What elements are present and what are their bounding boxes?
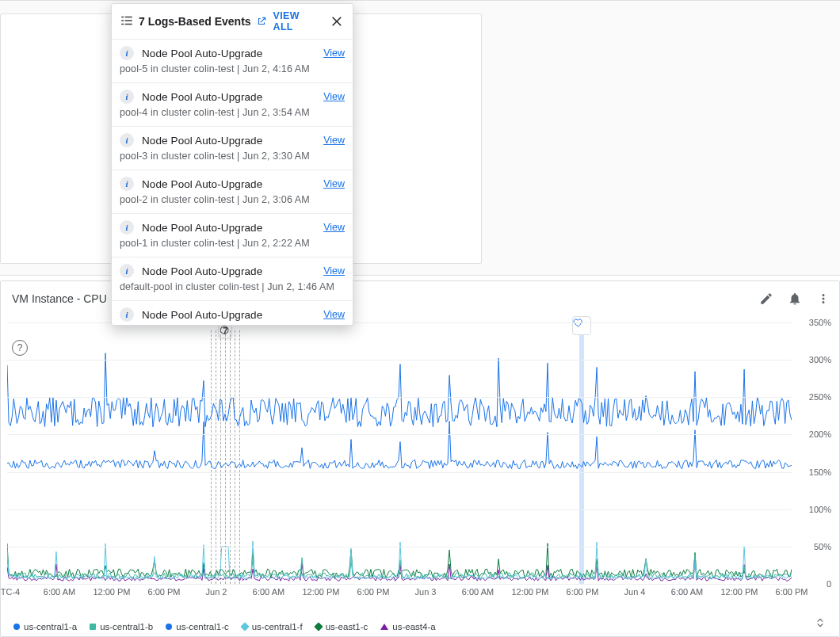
event-subtitle: pool-2 in cluster colin-test | Jun 2, 3:… — [120, 194, 345, 205]
info-icon: i — [120, 177, 134, 191]
legend-marker — [240, 622, 249, 631]
event-item: iNode Pool Auto-UpgradeViewdefault-pool … — [112, 257, 353, 301]
gridline — [7, 509, 792, 510]
x-axis-label: 6:00 AM — [253, 587, 284, 597]
x-axis-label: UTC-4 — [0, 587, 20, 597]
event-subtitle: default-pool in cluster colin-test | Jun… — [120, 281, 345, 292]
event-view-link[interactable]: View — [323, 222, 345, 233]
event-title: Node Pool Auto-Upgrade — [142, 135, 262, 147]
gridline — [7, 434, 792, 435]
event-view-link[interactable]: View — [323, 309, 345, 320]
event-view-link[interactable]: View — [323, 48, 345, 59]
legend-marker — [380, 624, 388, 630]
x-axis-label: 6:00 AM — [671, 587, 703, 597]
event-item: iNode Pool Auto-UpgradeViewdefault-pool … — [112, 301, 353, 325]
gridline — [7, 397, 792, 398]
bell-icon[interactable] — [787, 291, 803, 307]
legend: us-central1-aus-central1-bus-central1-cu… — [13, 622, 436, 631]
x-axis-label: 12:00 PM — [93, 587, 130, 597]
x-axis-label: 12:00 PM — [720, 587, 758, 597]
plot-area[interactable]: 7 050%100%150%200%250%300%350%UTC-46:00 … — [7, 322, 792, 584]
chart-card: VM Instance - CPU ? — [0, 280, 840, 637]
x-axis-label: 6:00 PM — [148, 587, 181, 597]
y-axis-label: 100% — [809, 505, 831, 514]
x-axis-label: 12:00 PM — [302, 587, 339, 597]
event-title: Node Pool Auto-Upgrade — [142, 178, 262, 190]
legend-marker — [90, 624, 96, 630]
legend-label: us-central1-a — [24, 622, 77, 631]
x-axis-label: 12:00 PM — [511, 587, 548, 597]
event-title: Node Pool Auto-Upgrade — [142, 222, 262, 234]
y-axis-label: 0 — [827, 579, 831, 589]
series-svg — [7, 322, 792, 584]
event-subtitle: pool-5 in cluster colin-test | Jun 2, 4:… — [120, 63, 345, 74]
event-title: Node Pool Auto-Upgrade — [142, 265, 262, 277]
event-view-link[interactable]: View — [323, 135, 345, 146]
info-icon: i — [120, 264, 134, 278]
legend-label: us-central1-f — [252, 622, 303, 631]
y-axis-label: 200% — [809, 429, 831, 439]
events-list-icon — [120, 13, 134, 30]
y-axis-label: 50% — [814, 542, 831, 551]
event-item: iNode Pool Auto-UpgradeViewpool-3 in clu… — [112, 127, 353, 170]
gridline — [7, 547, 792, 547]
event-subtitle: pool-3 in cluster colin-test | Jun 2, 3:… — [120, 151, 345, 162]
legend-label: us-central1-b — [100, 622, 153, 631]
x-axis-label: 6:00 AM — [462, 587, 494, 597]
event-view-link[interactable]: View — [323, 91, 345, 102]
event-item: iNode Pool Auto-UpgradeViewpool-2 in clu… — [112, 170, 353, 214]
legend-marker — [166, 624, 172, 630]
edit-icon[interactable] — [758, 291, 774, 307]
x-axis-label: Jun 2 — [206, 587, 227, 597]
x-axis-label: Jun 3 — [415, 587, 437, 597]
legend-marker — [314, 622, 323, 631]
legend-item[interactable]: us-central1-a — [13, 622, 77, 631]
events-popover-title: 7 Logs-Based Events — [139, 15, 251, 28]
event-title: Node Pool Auto-Upgrade — [142, 48, 262, 59]
event-view-link[interactable]: View — [323, 178, 345, 189]
y-axis-label: 150% — [809, 467, 831, 477]
series-us-central1-c — [7, 353, 792, 427]
x-axis-label: 6:00 PM — [567, 587, 599, 597]
event-title: Node Pool Auto-Upgrade — [142, 309, 262, 321]
legend-item[interactable]: us-east4-a — [380, 622, 435, 631]
event-item: iNode Pool Auto-UpgradeViewpool-1 in clu… — [112, 214, 353, 257]
y-axis-label: 300% — [809, 355, 831, 364]
series-us-central1-a — [7, 421, 792, 468]
events-popover-header: 7 Logs-Based Events VIEW ALL — [112, 4, 353, 40]
event-subtitle: pool-1 in cluster colin-test | Jun 2, 2:… — [120, 238, 345, 249]
chart-actions — [758, 291, 831, 307]
chart-title: VM Instance - CPU — [12, 292, 107, 305]
legend-label: us-east1-c — [326, 622, 368, 631]
info-icon: i — [120, 307, 134, 322]
legend-item[interactable]: us-east1-c — [315, 622, 368, 631]
x-axis-label: 6:00 PM — [776, 587, 808, 597]
x-axis-label: Jun 4 — [624, 587, 646, 597]
event-view-link[interactable]: View — [323, 265, 345, 277]
chart-body: ? 7 — [1, 316, 839, 636]
event-title: Node Pool Auto-Upgrade — [142, 91, 262, 103]
gridline — [7, 360, 792, 360]
open-external-icon[interactable] — [256, 16, 267, 27]
view-all-link[interactable]: VIEW ALL — [273, 10, 321, 32]
x-axis-label: 6:00 PM — [357, 587, 390, 597]
more-icon[interactable] — [815, 291, 831, 307]
y-axis-label: 350% — [809, 318, 831, 327]
events-popover: 7 Logs-Based Events VIEW ALL iNode Pool … — [111, 3, 353, 326]
legend-item[interactable]: us-central1-b — [90, 622, 153, 631]
legend-item[interactable]: us-central1-f — [242, 622, 303, 631]
legend-label: us-central1-c — [176, 622, 228, 631]
resize-handle[interactable] — [814, 616, 827, 631]
legend-label: us-east4-a — [392, 622, 435, 631]
legend-item[interactable]: us-central1-c — [166, 622, 228, 631]
legend-marker — [13, 624, 20, 630]
info-icon: i — [120, 90, 134, 104]
event-item: iNode Pool Auto-UpgradeViewpool-5 in clu… — [112, 40, 353, 83]
info-icon: i — [120, 220, 134, 235]
event-subtitle: pool-4 in cluster colin-test | Jun 2, 3:… — [120, 107, 345, 118]
events-popover-list: iNode Pool Auto-UpgradeViewpool-5 in clu… — [112, 40, 353, 325]
gridline — [7, 584, 792, 585]
event-item: iNode Pool Auto-UpgradeViewpool-4 in clu… — [112, 83, 353, 127]
close-icon[interactable] — [330, 14, 345, 29]
info-icon: i — [120, 133, 134, 147]
